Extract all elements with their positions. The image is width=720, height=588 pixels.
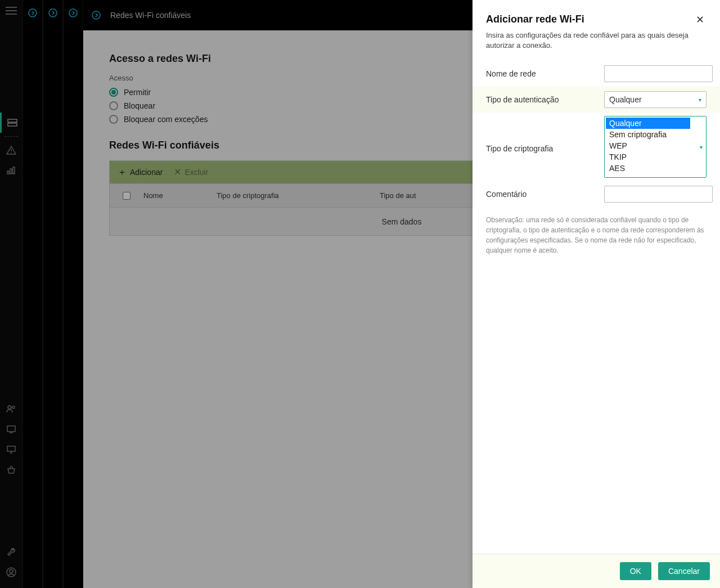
chevron-right-circle-icon [28, 8, 38, 20]
x-icon: ✕ [174, 168, 181, 177]
radio-checked-icon [109, 88, 118, 97]
radio-unchecked-icon [109, 115, 118, 124]
panel-title: Adicionar rede Wi-Fi [486, 14, 584, 25]
auth-type-select[interactable]: Qualquer ▾ [604, 91, 706, 108]
chevron-right-circle-icon [48, 8, 58, 20]
svg-point-17 [49, 9, 57, 17]
comment-label: Comentário [486, 190, 604, 199]
rail-item-wrench[interactable] [0, 542, 22, 562]
svg-rect-11 [7, 446, 15, 451]
crypto-type-listbox[interactable]: Qualquer Sem criptografia WEP TKIP AES ▾ [604, 116, 706, 178]
radio-unchecked-icon [109, 101, 118, 110]
crypto-option[interactable]: Qualquer [606, 118, 690, 129]
svg-rect-5 [10, 169, 12, 174]
chevron-right-circle-icon [91, 10, 101, 20]
cancel-button[interactable]: Cancelar [658, 562, 710, 580]
net-name-input[interactable] [604, 65, 713, 82]
breadcrumb-col-2[interactable] [43, 0, 63, 588]
chevron-down-icon: ▾ [700, 144, 703, 150]
left-rail [0, 0, 22, 588]
svg-point-7 [8, 406, 11, 409]
rail-item-basket[interactable] [0, 460, 22, 480]
comment-input[interactable] [604, 186, 713, 203]
rail-divider [4, 136, 18, 137]
crypto-option[interactable]: Sem criptografia [606, 129, 705, 140]
svg-point-19 [92, 11, 100, 19]
panel-note: Observação: uma rede só é considerada co… [486, 215, 706, 255]
delete-button-label: Excluir [184, 168, 208, 177]
close-icon: ✕ [696, 14, 704, 25]
svg-rect-4 [7, 171, 9, 174]
radio-allow-label: Permitir [124, 88, 151, 97]
svg-rect-9 [7, 426, 15, 432]
rail-item-chart[interactable] [0, 160, 22, 181]
rail-item-warning[interactable] [0, 140, 22, 160]
add-wifi-panel: Adicionar rede Wi-Fi ✕ Insira as configu… [472, 0, 720, 588]
add-button-label: Adicionar [130, 168, 163, 177]
add-button[interactable]: ＋ Adicionar [118, 168, 163, 177]
svg-point-15 [10, 569, 13, 573]
crypto-option[interactable]: AES [606, 163, 705, 174]
rail-item-monitor[interactable] [0, 439, 22, 460]
auth-type-value: Qualquer [609, 95, 642, 104]
row-net-name: Nome de rede [486, 61, 706, 87]
col-name[interactable]: Nome [143, 191, 217, 200]
panel-subtitle: Insira as configurações da rede confiáve… [486, 30, 706, 51]
radio-block-label: Bloquear [124, 101, 155, 110]
menu-icon[interactable] [6, 7, 17, 15]
svg-rect-0 [8, 119, 17, 122]
chevron-down-icon: ▾ [699, 97, 701, 103]
row-comment: Comentário [486, 181, 706, 207]
crypto-type-label: Tipo de criptografia [486, 116, 604, 153]
breadcrumb-col-1[interactable] [22, 0, 43, 588]
checkbox-all[interactable] [110, 192, 143, 200]
radio-block-except-label: Bloquear com exceções [124, 115, 208, 124]
col-auth[interactable]: Tipo de aut [380, 191, 487, 200]
row-auth-type: Tipo de autenticação Qualquer ▾ [472, 87, 720, 113]
ok-button[interactable]: OK [620, 562, 651, 580]
svg-point-16 [29, 9, 37, 17]
chevron-right-circle-icon [68, 8, 78, 20]
crypto-option[interactable]: WEP [606, 140, 705, 151]
svg-point-18 [69, 9, 77, 17]
net-name-label: Nome de rede [486, 69, 604, 78]
rail-item-1[interactable] [0, 113, 22, 133]
svg-point-8 [12, 406, 15, 409]
rail-item-account[interactable] [0, 562, 22, 582]
rail-item-users[interactable] [0, 399, 22, 419]
delete-button[interactable]: ✕ Excluir [174, 168, 208, 177]
auth-type-label: Tipo de autenticação [486, 95, 604, 104]
svg-rect-6 [13, 167, 15, 174]
row-crypto-type: Tipo de criptografia Qualquer Sem cripto… [486, 113, 706, 181]
rail-item-app[interactable] [0, 419, 22, 439]
plus-icon: ＋ [118, 168, 127, 177]
breadcrumb-col-3[interactable] [63, 0, 83, 588]
close-button[interactable]: ✕ [694, 14, 706, 26]
empty-text: Sem dados [382, 217, 422, 226]
panel-footer: OK Cancelar [472, 554, 720, 588]
crypto-option[interactable]: TKIP [606, 151, 705, 163]
col-crypto[interactable]: Tipo de criptografia [217, 191, 380, 200]
svg-rect-1 [8, 123, 17, 126]
page-title: Redes Wi-Fi confiáveis [110, 11, 191, 20]
